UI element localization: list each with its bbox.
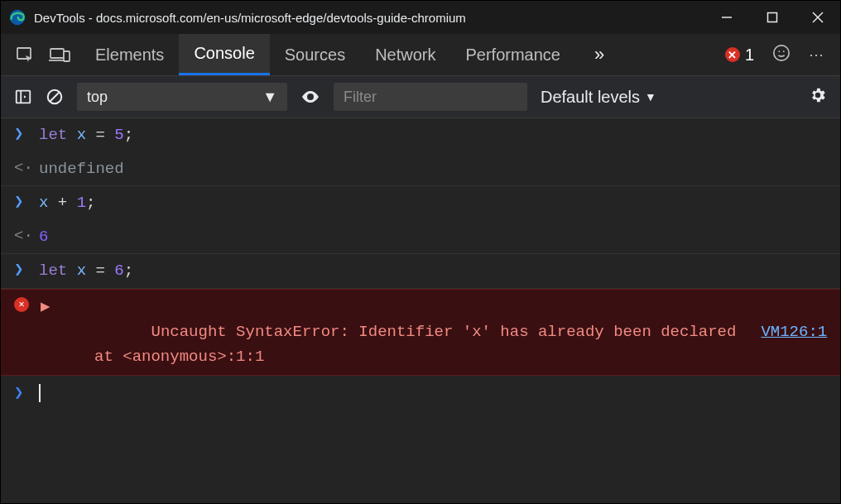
tab-performance[interactable]: Performance bbox=[451, 34, 576, 75]
output-arrow-icon: <· bbox=[14, 157, 27, 180]
tab-elements[interactable]: Elements bbox=[80, 34, 179, 75]
error-message: Uncaught SyntaxError: Identifier 'x' has… bbox=[151, 323, 736, 341]
svg-rect-6 bbox=[50, 49, 64, 58]
filter-placeholder: Filter bbox=[344, 89, 377, 106]
tab-network[interactable]: Network bbox=[360, 34, 450, 75]
feedback-smiley-icon[interactable] bbox=[772, 44, 791, 65]
svg-point-16 bbox=[309, 95, 312, 98]
more-options-icon[interactable]: ⋯ bbox=[809, 46, 825, 64]
error-count: 1 bbox=[745, 46, 754, 65]
console-settings-icon[interactable] bbox=[809, 86, 827, 108]
svg-rect-8 bbox=[64, 51, 70, 61]
more-tabs-icon[interactable]: » bbox=[585, 44, 613, 65]
console-input-code: let x = 6; bbox=[39, 259, 133, 283]
clear-console-icon[interactable] bbox=[46, 88, 64, 106]
svg-point-11 bbox=[783, 50, 785, 52]
error-stack: at <anonymous>:1:1 bbox=[56, 348, 264, 366]
console-input-row: ❯x + 1; bbox=[1, 186, 840, 220]
log-levels-select[interactable]: Default levels ▼ bbox=[541, 88, 656, 107]
console-filter-input[interactable]: Filter bbox=[334, 83, 527, 111]
window-titlebar: DevTools - docs.microsoft.com/en-us/micr… bbox=[1, 1, 840, 34]
window-close-button[interactable] bbox=[795, 1, 840, 34]
text-cursor bbox=[39, 384, 41, 402]
tab-console[interactable]: Console bbox=[179, 34, 269, 75]
console-input-code: x + 1; bbox=[39, 191, 95, 215]
window-title: DevTools - docs.microsoft.com/en-us/micr… bbox=[34, 11, 704, 25]
svg-point-9 bbox=[774, 46, 789, 60]
svg-rect-12 bbox=[17, 91, 31, 103]
svg-point-10 bbox=[778, 50, 780, 52]
caret-down-icon: ▼ bbox=[262, 89, 277, 106]
console-input-row: ❯let x = 6; bbox=[1, 254, 840, 289]
console-prompt[interactable]: ❯ bbox=[1, 376, 840, 411]
console-output-value: undefined bbox=[39, 157, 124, 181]
input-chevron-icon: ❯ bbox=[14, 123, 27, 146]
console-error-row[interactable]: ✕ ▶ Uncaught SyntaxError: Identifier 'x'… bbox=[1, 289, 840, 376]
caret-down-icon: ▼ bbox=[645, 90, 656, 103]
error-icon: ✕ bbox=[14, 297, 29, 312]
execution-context-select[interactable]: top ▼ bbox=[77, 83, 287, 111]
disclosure-triangle-icon[interactable]: ▶ bbox=[41, 296, 50, 370]
device-toolbar-icon[interactable] bbox=[46, 45, 74, 65]
svg-line-15 bbox=[50, 93, 60, 102]
inspect-element-icon[interactable] bbox=[11, 45, 39, 65]
svg-rect-2 bbox=[767, 13, 776, 22]
edge-devtools-icon bbox=[9, 9, 26, 26]
context-value: top bbox=[87, 89, 108, 106]
output-arrow-icon: <· bbox=[14, 225, 27, 247]
console-log-area[interactable]: ❯let x = 5;<·undefined❯x + 1;<·6❯let x =… bbox=[1, 118, 840, 503]
error-icon: ✕ bbox=[725, 47, 740, 62]
input-chevron-icon: ❯ bbox=[14, 259, 27, 281]
window-maximize-button[interactable] bbox=[749, 1, 795, 34]
prompt-chevron-icon: ❯ bbox=[14, 382, 27, 405]
devtools-tabbar: ElementsConsoleSourcesNetworkPerformance… bbox=[1, 34, 840, 76]
console-input-code: let x = 5; bbox=[39, 123, 133, 147]
live-expression-icon[interactable] bbox=[300, 87, 320, 107]
console-result-row: <·6 bbox=[1, 220, 840, 255]
console-input-row: ❯let x = 5; bbox=[1, 118, 840, 152]
tab-sources[interactable]: Sources bbox=[270, 34, 360, 75]
window-minimize-button[interactable] bbox=[704, 1, 749, 34]
error-count-badge[interactable]: ✕ 1 bbox=[725, 46, 754, 65]
console-sidebar-toggle-icon[interactable] bbox=[14, 88, 32, 106]
error-source-link[interactable]: VM126:1 bbox=[761, 323, 827, 341]
console-result-value: 6 bbox=[39, 225, 48, 249]
input-chevron-icon: ❯ bbox=[14, 191, 27, 214]
levels-label: Default levels bbox=[541, 88, 640, 107]
console-output-row: <·undefined bbox=[1, 152, 840, 187]
console-toolbar: top ▼ Filter Default levels ▼ bbox=[1, 76, 840, 118]
